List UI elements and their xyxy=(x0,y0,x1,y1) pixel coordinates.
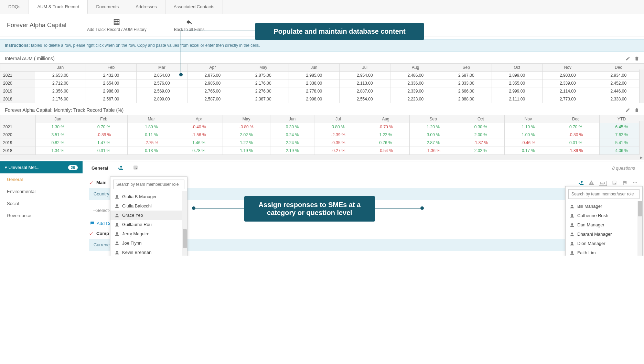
main-tabs: DDQsAUM & Track RecordDocumentsAddresses… xyxy=(0,0,644,14)
sidebar-item-social[interactable]: Social xyxy=(0,197,83,210)
aum-table-wrap: JanFebMarAprMayJunJulAugSepOctNovDec2021… xyxy=(0,63,644,103)
tab-associated-contacts[interactable]: Associated Contacts xyxy=(165,0,223,14)
svg-point-9 xyxy=(116,251,118,253)
user-option[interactable]: Dan Manager xyxy=(566,220,642,229)
tab-ddqs[interactable]: DDQs xyxy=(0,0,29,14)
instructions-banner: Instructions: tables To delete a row, pl… xyxy=(0,39,644,52)
questions-count: 8 questions xyxy=(608,162,640,174)
user-option[interactable]: Giulia B Manager xyxy=(110,192,187,201)
tab-addresses[interactable]: Addresses xyxy=(127,0,165,14)
svg-point-3 xyxy=(116,195,118,197)
svg-point-16 xyxy=(571,251,573,253)
user-search-input[interactable] xyxy=(568,189,640,199)
svg-point-5 xyxy=(116,214,118,215)
svg-point-2 xyxy=(636,182,637,183)
sidebar-header[interactable]: ▾ Universal Met... 28 xyxy=(0,161,83,173)
back-to-firms-button[interactable]: Back to all Firms xyxy=(167,18,212,32)
user-option[interactable]: Giulia Baiocchi xyxy=(110,201,187,211)
svg-point-14 xyxy=(571,233,573,234)
check-icon xyxy=(89,231,94,236)
tab-aum-track-record[interactable]: AUM & Track Record xyxy=(29,0,88,14)
dropdown-scrollbar[interactable] xyxy=(182,191,187,256)
callout-top: Populate and maintain database content xyxy=(255,23,424,40)
chevron-down-icon: ▾ xyxy=(5,165,7,170)
svg-point-1 xyxy=(635,182,636,183)
trash-icon[interactable] xyxy=(634,108,639,113)
user-option[interactable]: Dharani Manager xyxy=(566,229,642,239)
svg-point-6 xyxy=(116,223,118,225)
form-icon[interactable] xyxy=(128,161,143,175)
question-toolbar: N/A xyxy=(578,180,638,186)
svg-point-7 xyxy=(116,232,118,234)
assign-user-dropdown-1[interactable]: Giulia B ManagerGiulia BaiocchiGrace Yeo… xyxy=(110,176,187,256)
assign-user-dropdown-2[interactable]: Bill ManagerCatherine RushDan ManagerDha… xyxy=(565,186,643,256)
svg-point-8 xyxy=(116,242,118,243)
category-tab-general[interactable]: General xyxy=(87,162,113,174)
pencil-icon[interactable] xyxy=(625,56,630,61)
count-badge: 28 xyxy=(68,165,78,170)
aum-section-title: Internal AUM ( millions) xyxy=(0,52,644,63)
svg-point-0 xyxy=(633,182,634,183)
scrollbar-vertical[interactable] xyxy=(639,69,644,103)
flag-icon[interactable] xyxy=(622,180,627,186)
user-option[interactable]: Jerry Maguire xyxy=(110,229,187,238)
category-tabs: General 8 questions xyxy=(83,161,644,175)
track-table[interactable]: JanFebMarAprMayJunJulAugSepOctNovDecYTD2… xyxy=(0,115,644,155)
na-button[interactable]: N/A xyxy=(599,181,607,186)
svg-point-11 xyxy=(571,205,573,206)
category-sidebar: ▾ Universal Met... 28 GeneralEnvironment… xyxy=(0,161,83,256)
trash-icon[interactable] xyxy=(634,56,639,61)
pencil-icon[interactable] xyxy=(625,108,630,113)
user-search-input[interactable] xyxy=(113,180,184,189)
sidebar-item-environmental[interactable]: Environmental xyxy=(0,185,83,197)
user-option[interactable]: Dion Manager xyxy=(566,239,642,248)
add-track-record-button[interactable]: Add Track Record / AUM History xyxy=(80,18,153,32)
svg-point-12 xyxy=(571,214,573,216)
scrollbar-horizontal[interactable] xyxy=(0,155,644,160)
track-section-title: Forever Alpha Capital: Monthly: Track Re… xyxy=(0,103,644,115)
dropdown-scrollbar[interactable] xyxy=(637,201,642,256)
more-icon[interactable] xyxy=(632,180,638,186)
track-table-wrap: JanFebMarAprMayJunJulAugSepOctNovDecYTD2… xyxy=(0,115,644,155)
comment-icon xyxy=(90,221,95,226)
sidebar-item-general[interactable]: General xyxy=(0,173,83,185)
scrollbar-vertical[interactable] xyxy=(639,121,644,155)
user-option[interactable]: Faith Lim xyxy=(566,248,642,256)
reply-icon xyxy=(185,18,193,26)
assign-user-icon[interactable] xyxy=(578,180,584,186)
user-option[interactable]: Guillaume Rou xyxy=(110,220,187,229)
grid-icon xyxy=(113,18,120,26)
callout-bottom: Assign responses to SMEs at a category o… xyxy=(244,196,375,222)
assign-user-icon[interactable] xyxy=(113,161,128,175)
form-icon[interactable] xyxy=(612,180,617,186)
tab-documents[interactable]: Documents xyxy=(88,0,127,14)
firm-name: Forever Alpha Capital xyxy=(7,22,66,29)
svg-point-15 xyxy=(571,242,573,244)
user-option[interactable]: Bill Manager xyxy=(566,202,642,211)
svg-point-4 xyxy=(116,204,118,206)
check-icon xyxy=(89,180,94,185)
user-option[interactable]: Catherine Rush xyxy=(566,211,642,220)
sidebar-item-governance[interactable]: Governance xyxy=(0,210,83,222)
user-option[interactable]: Grace Yeo xyxy=(110,211,187,220)
aum-table[interactable]: JanFebMarAprMayJunJulAugSepOctNovDec2021… xyxy=(0,63,644,103)
warning-icon[interactable] xyxy=(589,180,594,186)
user-option[interactable]: Kevin Brennan xyxy=(110,248,187,256)
svg-point-13 xyxy=(571,223,573,225)
user-option[interactable]: Joe Flynn xyxy=(110,238,187,248)
